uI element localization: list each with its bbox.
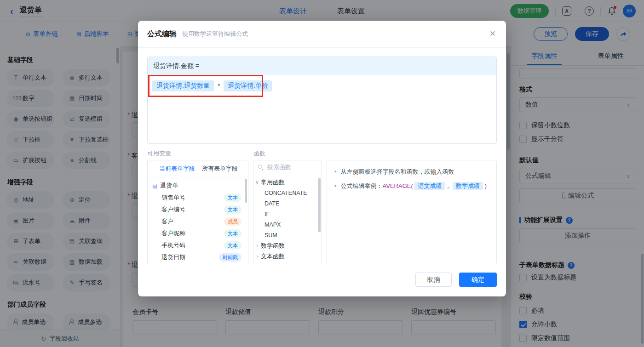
- search-icon: [258, 165, 264, 170]
- tab-current-form-fields[interactable]: 当前表单字段: [159, 165, 195, 173]
- confirm-button[interactable]: 确定: [459, 273, 497, 287]
- close-icon[interactable]: ✕: [489, 30, 496, 38]
- formula-help-panel: • 从左侧面板选择字段名和函数，或输入函数 • 公式编辑举例：AVERAGE( …: [327, 160, 497, 264]
- variable-name: 手机号码: [161, 241, 185, 250]
- cancel-button[interactable]: 取消: [415, 273, 452, 287]
- function-item-MAPX[interactable]: MAPX: [253, 219, 322, 230]
- tree-root-label: 退货单: [160, 182, 178, 190]
- modal-subtitle: 使用数学运算符编辑公式: [182, 30, 248, 38]
- variable-type-badge: 文本: [224, 241, 242, 250]
- chevron-right-icon: ›: [253, 243, 261, 248]
- variable-type-badge: 成员: [224, 217, 242, 226]
- modal-title: 公式编辑: [147, 29, 177, 39]
- variable-item-销售单号[interactable]: 销售单号文本: [148, 192, 248, 204]
- bullet: •: [334, 167, 337, 176]
- function-item-SUM[interactable]: SUM: [253, 230, 322, 240]
- formula-editor-modal: 公式编辑 使用数学运算符编辑公式 ✕ 退货详情.金额 = 退货详情.退货数量*退…: [138, 21, 506, 296]
- functions-scrollbar[interactable]: [318, 178, 321, 232]
- formula-operator: *: [218, 82, 220, 90]
- variable-type-badge: 文本: [224, 193, 242, 202]
- variable-name: 客户编号: [161, 205, 185, 214]
- variable-name: 退货日期: [161, 253, 185, 262]
- function-group-文本函数[interactable]: ›文本函数: [253, 251, 322, 262]
- variable-tree-root[interactable]: ▤退货单: [148, 180, 248, 192]
- variable-item-客户[interactable]: 客户成员: [148, 216, 248, 228]
- variable-name: 销售单号: [161, 193, 185, 202]
- variable-name: 客户: [161, 217, 173, 226]
- variable-type-badge: 文本: [224, 205, 242, 214]
- function-search-input[interactable]: 搜索函数: [253, 160, 322, 174]
- variable-type-badge: 时间戳: [219, 253, 242, 262]
- variable-item-客户昵称[interactable]: 客户昵称文本: [148, 228, 248, 239]
- variables-label: 可用变量: [147, 149, 171, 158]
- variable-item-退货日期[interactable]: 退货日期时间戳: [148, 251, 248, 263]
- formula-editor-box[interactable]: 退货详情.金额 = 退货详情.退货数量*退货详情.单价: [147, 57, 497, 144]
- variables-panel: 当前表单字段 所有表单字段 ▤退货单销售单号文本客户编号文本客户成员客户昵称文本…: [147, 160, 248, 264]
- variable-item-手机号码[interactable]: 手机号码文本: [148, 239, 248, 251]
- variables-scrollbar[interactable]: [245, 179, 247, 203]
- function-group-label: 数学函数: [261, 242, 285, 250]
- chevron-right-icon: ›: [253, 254, 261, 259]
- formula-target: 退货详情.金额 =: [148, 57, 496, 75]
- bullet: •: [334, 182, 337, 191]
- function-group-label: 常用函数: [261, 178, 285, 187]
- function-item-IF[interactable]: IF: [253, 209, 322, 219]
- tab-all-form-fields[interactable]: 所有表单字段: [202, 165, 238, 173]
- function-group-数学函数[interactable]: ›数学函数: [253, 240, 322, 251]
- example-field-chip: 语文成绩: [414, 182, 445, 190]
- help-line-1: 从左侧面板选择字段名和函数，或输入函数: [341, 167, 454, 176]
- chevron-down-icon: ∨: [253, 180, 261, 185]
- function-group-常用函数[interactable]: ∨常用函数: [253, 177, 322, 188]
- document-icon: ▤: [152, 182, 157, 189]
- example-field-chip: 数学成绩: [453, 182, 483, 190]
- variable-item-客户编号[interactable]: 客户编号文本: [148, 204, 248, 216]
- help-line-2: 公式编辑举例：AVERAGE( 语文成绩， 数学成绩 ): [341, 182, 487, 191]
- function-item-DATE[interactable]: DATE: [253, 198, 322, 209]
- function-item-CONCATENATE[interactable]: CONCATENATE: [253, 188, 322, 198]
- function-search-placeholder: 搜索函数: [267, 163, 291, 171]
- formula-field-token[interactable]: 退货详情.单价: [224, 80, 272, 91]
- variable-name: 客户昵称: [161, 229, 185, 238]
- form-designer-app: ‹ 退货单 表单设计 表单设置 数据管理 A ? 理 ⊘表单外链⊠后端脚本⊟数据…: [0, 0, 644, 347]
- variable-type-badge: 文本: [224, 229, 242, 238]
- formula-field-token[interactable]: 退货详情.退货数量: [152, 80, 214, 91]
- functions-label: 函数: [253, 149, 265, 158]
- functions-panel: 搜索函数 ∨常用函数CONCATENATEDATEIFMAPXSUM›数学函数›…: [253, 160, 322, 264]
- function-group-label: 文本函数: [261, 252, 285, 261]
